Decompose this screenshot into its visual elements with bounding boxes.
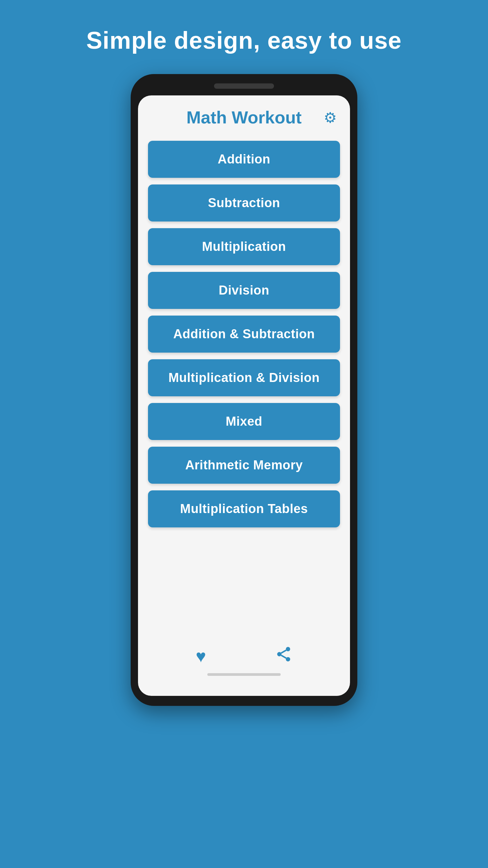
menu-button-multiplication[interactable]: Multiplication	[148, 228, 340, 265]
menu-button-division[interactable]: Division	[148, 272, 340, 309]
menu-button-multiplication-division[interactable]: Multiplication & Division	[148, 359, 340, 396]
svg-line-3	[281, 655, 286, 658]
svg-point-0	[286, 647, 290, 651]
menu-button-addition-subtraction[interactable]: Addition & Subtraction	[148, 316, 340, 352]
phone-frame: Math Workout ⚙ AdditionSubtractionMultip…	[131, 74, 357, 706]
svg-line-4	[281, 650, 286, 653]
app-header: Math Workout ⚙	[148, 107, 340, 127]
svg-point-2	[286, 657, 290, 661]
bottom-bar: ♥	[148, 639, 340, 670]
menu-button-subtraction[interactable]: Subtraction	[148, 184, 340, 221]
menu-list: AdditionSubtractionMultiplicationDivisio…	[148, 141, 340, 629]
svg-point-1	[277, 652, 281, 656]
settings-icon[interactable]: ⚙	[324, 109, 337, 126]
app-title: Math Workout	[186, 107, 302, 127]
phone-home-bar	[207, 673, 281, 676]
menu-button-mixed[interactable]: Mixed	[148, 403, 340, 440]
menu-button-arithmetic-memory[interactable]: Arithmetic Memory	[148, 447, 340, 484]
page-headline: Simple design, easy to use	[86, 27, 402, 54]
menu-button-addition[interactable]: Addition	[148, 141, 340, 178]
phone-screen: Math Workout ⚙ AdditionSubtractionMultip…	[138, 95, 350, 696]
phone-speaker	[214, 84, 274, 89]
share-icon[interactable]	[275, 646, 292, 666]
heart-icon[interactable]: ♥	[196, 646, 206, 666]
menu-button-multiplication-tables[interactable]: Multiplication Tables	[148, 490, 340, 527]
